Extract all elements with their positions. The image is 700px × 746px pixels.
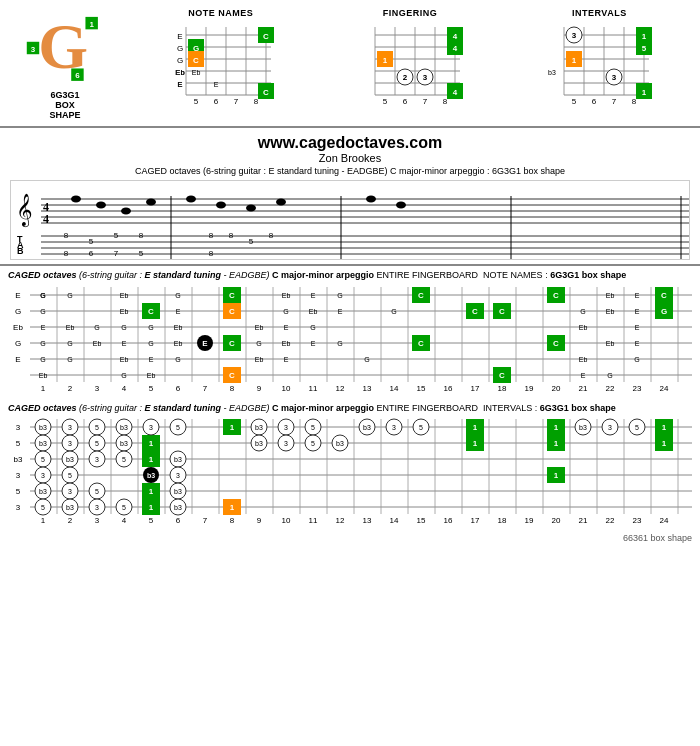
svg-text:1: 1 [149,455,154,464]
svg-text:G: G [94,324,99,331]
fingerboard-intervals-svg: 1 2 3 4 5 6 7 8 9 10 11 12 13 14 15 16 1… [8,417,692,532]
svg-text:3: 3 [572,31,577,40]
svg-text:b3: b3 [66,456,74,463]
chord-label: 6G3G1 BOX SHAPE [49,90,80,120]
svg-text:b3: b3 [255,440,263,447]
svg-text:14: 14 [390,384,399,393]
diagram-note-names: NOTE NAMES E G G Eb E [130,8,311,104]
svg-text:22: 22 [606,516,615,525]
svg-text:Eb: Eb [13,323,23,332]
svg-text:6: 6 [89,249,94,258]
svg-text:b3: b3 [174,504,182,511]
svg-text:E: E [213,81,218,88]
svg-text:3: 3 [284,440,288,447]
svg-text:18: 18 [498,516,507,525]
svg-text:C: C [661,291,667,300]
svg-text:E: E [176,308,181,315]
svg-text:12: 12 [336,516,345,525]
svg-text:C: C [229,339,235,348]
svg-text:G: G [661,307,667,316]
svg-text:C: C [418,339,424,348]
svg-text:10: 10 [282,516,291,525]
author: Zon Brookes [10,152,690,164]
diagram-intervals: INTERVALS 5 6 7 8 3 [509,8,690,104]
svg-text:4: 4 [122,384,127,393]
svg-text:22: 22 [606,384,615,393]
svg-text:G: G [40,292,45,299]
svg-text:b3: b3 [255,424,263,431]
svg-text:b3: b3 [174,488,182,495]
svg-text:b3: b3 [120,424,128,431]
svg-text:b3: b3 [147,472,155,479]
svg-text:23: 23 [633,384,642,393]
svg-text:G: G [40,356,45,363]
svg-text:G: G [40,340,45,347]
svg-text:C: C [472,307,478,316]
svg-text:G: G [310,324,315,331]
svg-text:E: E [311,340,316,347]
svg-text:E: E [15,355,20,364]
svg-text:3: 3 [95,456,99,463]
svg-text:24: 24 [660,384,669,393]
svg-text:5: 5 [41,456,45,463]
svg-text:3: 3 [612,73,617,82]
svg-text:E: E [177,81,182,88]
svg-text:16: 16 [444,516,453,525]
svg-text:1: 1 [642,88,647,97]
top-section: G 3 1 6 6G3G1 BOX SHAPE NOTE NAMES [0,0,700,128]
svg-text:1: 1 [554,439,559,448]
svg-text:C: C [148,307,154,316]
svg-text:b3: b3 [579,424,587,431]
svg-text:5: 5 [419,424,423,431]
svg-text:1: 1 [89,20,94,29]
svg-point-130 [186,196,196,203]
svg-text:6: 6 [592,97,597,104]
diagrams-row: NOTE NAMES E G G Eb E [130,8,690,104]
svg-text:8: 8 [230,384,235,393]
svg-text:G: G [283,308,288,315]
svg-text:Eb: Eb [66,324,75,331]
svg-text:Eb: Eb [579,324,588,331]
svg-text:3: 3 [95,504,99,511]
middle-section: www.cagedoctaves.com Zon Brookes CAGED o… [0,128,700,266]
footer-text: 66361 box shape [623,533,692,543]
svg-text:Eb: Eb [606,340,615,347]
svg-text:5: 5 [139,249,144,258]
svg-text:5: 5 [193,97,198,104]
svg-text:5: 5 [16,487,21,496]
svg-text:5: 5 [249,237,254,246]
svg-text:E: E [41,324,46,331]
svg-text:8: 8 [139,231,144,240]
svg-text:1: 1 [662,439,667,448]
svg-text:11: 11 [309,384,318,393]
svg-text:b3: b3 [39,424,47,431]
svg-text:E: E [202,339,208,348]
svg-text:8: 8 [230,516,235,525]
svg-text:Eb: Eb [147,372,156,379]
svg-text:C: C [418,291,424,300]
svg-text:15: 15 [417,384,426,393]
chord-name: 6G3G1 [50,90,79,100]
svg-text:20: 20 [552,516,561,525]
svg-text:G: G [67,340,72,347]
svg-point-131 [216,202,226,209]
svg-text:G: G [121,372,126,379]
svg-text:2: 2 [68,384,73,393]
svg-text:G: G [391,308,396,315]
svg-text:3: 3 [608,424,612,431]
svg-text:Eb: Eb [282,340,291,347]
svg-text:E: E [284,356,289,363]
fingerboard-notes-section: CAGED octaves (6-string guitar : E stand… [0,266,700,397]
svg-text:Eb: Eb [191,69,200,76]
diagram-title-intervals: INTERVALS [572,8,627,18]
svg-text:E: E [581,372,586,379]
svg-point-133 [276,199,286,206]
svg-text:17: 17 [471,384,480,393]
svg-text:Eb: Eb [579,356,588,363]
svg-text:Eb: Eb [174,340,183,347]
svg-text:b3: b3 [39,440,47,447]
svg-text:3: 3 [68,488,72,495]
svg-text:19: 19 [525,516,534,525]
svg-text:5: 5 [122,456,126,463]
svg-text:12: 12 [336,384,345,393]
